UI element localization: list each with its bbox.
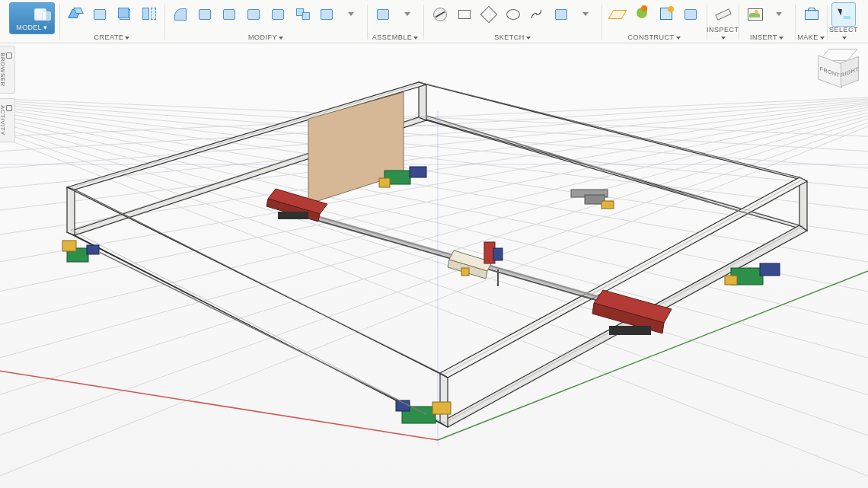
make-print-button[interactable] — [799, 2, 822, 25]
spline-icon — [528, 5, 545, 22]
line-icon — [431, 5, 448, 22]
create-cylinder-button[interactable] — [88, 2, 111, 25]
sketch-dropdown[interactable] — [574, 2, 597, 25]
assemble-dropdown[interactable] — [396, 2, 419, 25]
browser-panel-tab[interactable]: BROWSER — [0, 46, 15, 94]
group-construct: CONSTRUCT — [602, 0, 707, 43]
insert-comp-icon — [658, 5, 675, 22]
group-create: CREATE — [59, 0, 164, 43]
sketch-line-button[interactable] — [428, 2, 451, 25]
sketch-ellipse-button[interactable] — [501, 2, 524, 25]
modify-shell-button[interactable] — [218, 2, 241, 25]
svg-rect-61 — [410, 167, 426, 177]
modify-fillet-button[interactable] — [169, 2, 192, 25]
modify-split-button[interactable] — [315, 2, 338, 25]
split-icon — [318, 5, 335, 22]
svg-rect-64 — [62, 241, 76, 251]
chevron-down-icon — [348, 12, 354, 16]
view-cube[interactable]: FRONT RIGHT — [815, 47, 860, 88]
box-icon — [67, 5, 84, 22]
insert-decal-button[interactable] — [743, 2, 766, 25]
construct-appearance-button[interactable] — [630, 2, 653, 25]
svg-rect-65 — [87, 245, 99, 254]
construct-axis-button[interactable] — [679, 2, 702, 25]
browser-panel-label: BROWSER — [0, 53, 6, 87]
activity-panel-tab[interactable]: ACTIVITY — [0, 98, 15, 142]
create-revolve-button[interactable] — [137, 2, 160, 25]
axis-icon — [682, 5, 699, 22]
svg-rect-56 — [278, 212, 308, 219]
cylinder-icon — [91, 5, 108, 22]
application-root: MODEL ▾ CREATE — [0, 0, 868, 488]
appearance-icon — [633, 5, 650, 22]
sketch-spline-button[interactable] — [525, 2, 548, 25]
sketch-rect-button[interactable] — [452, 2, 475, 25]
chevron-down-icon — [582, 12, 589, 16]
group-inspect-label: INSPECT — [707, 26, 739, 41]
plane-icon — [609, 5, 626, 22]
select-button[interactable] — [831, 2, 856, 27]
fillet-icon — [172, 5, 189, 22]
inspect-measure-button[interactable] — [711, 2, 734, 25]
group-make-label: MAKE — [795, 33, 827, 41]
extrude-icon — [116, 5, 132, 22]
sketch-poly-button[interactable] — [477, 2, 499, 25]
sketch-trim-button[interactable] — [550, 2, 573, 25]
svg-rect-59 — [609, 326, 651, 335]
svg-marker-36 — [419, 82, 426, 120]
model-workspace-button[interactable]: MODEL ▾ — [9, 2, 55, 34]
select-cursor-icon — [835, 6, 852, 23]
create-extrude-button[interactable] — [113, 2, 136, 25]
svg-marker-37 — [799, 177, 807, 231]
svg-rect-62 — [379, 178, 390, 187]
revolve-icon — [140, 5, 157, 22]
side-panel-tabs: BROWSER ACTIVITY — [0, 46, 15, 142]
group-sketch-label: SKETCH — [423, 33, 602, 41]
svg-rect-71 — [725, 276, 737, 285]
svg-marker-35 — [67, 187, 75, 235]
group-construct-label: CONSTRUCT — [602, 33, 707, 41]
modify-dropdown[interactable] — [340, 2, 362, 25]
rectangle-icon — [455, 5, 472, 22]
model-icon — [24, 5, 40, 22]
group-insert: INSERT — [739, 0, 795, 43]
assemble-joint-button[interactable] — [372, 2, 394, 25]
svg-rect-79 — [461, 268, 469, 276]
modify-scale-button[interactable] — [266, 2, 289, 25]
group-select-label: SELECT — [827, 26, 860, 41]
modify-draft-button[interactable] — [242, 2, 265, 25]
group-inspect: INSPECT — [707, 0, 739, 43]
create-box-button[interactable] — [64, 2, 87, 25]
model-viewport[interactable] — [0, 43, 868, 488]
pin-icon — [6, 53, 12, 59]
chevron-down-icon — [404, 12, 410, 16]
modify-combine-button[interactable] — [291, 2, 314, 25]
group-modify-label: MODIFY — [164, 33, 367, 41]
trim-icon — [553, 5, 570, 22]
viewcube-front-label: FRONT — [820, 65, 841, 78]
viewcube-right-face[interactable]: RIGHT — [841, 56, 859, 88]
svg-marker-38 — [440, 373, 448, 427]
polygon-icon — [480, 5, 496, 22]
group-insert-label: INSERT — [739, 33, 795, 41]
svg-rect-67 — [432, 402, 451, 414]
construct-plane-button[interactable] — [606, 2, 629, 25]
svg-rect-70 — [760, 263, 780, 276]
modify-chamfer-button[interactable] — [193, 2, 216, 25]
insert-dropdown[interactable] — [767, 2, 790, 25]
scale-icon — [270, 5, 286, 22]
ruler-icon — [714, 5, 731, 22]
joint-icon — [375, 5, 391, 22]
svg-rect-78 — [493, 248, 503, 260]
print-icon — [803, 5, 819, 22]
group-make: MAKE — [795, 0, 827, 43]
decal-icon — [746, 5, 763, 22]
chamfer-icon — [196, 5, 213, 22]
group-workspace: MODEL ▾ — [5, 0, 59, 43]
group-create-label: CREATE — [59, 33, 164, 41]
construct-insert-button[interactable] — [655, 2, 678, 25]
pin-icon — [6, 105, 12, 111]
shell-icon — [221, 5, 238, 22]
viewcube-right-label: RIGHT — [841, 65, 859, 78]
model-workspace-label: MODEL — [16, 24, 41, 31]
